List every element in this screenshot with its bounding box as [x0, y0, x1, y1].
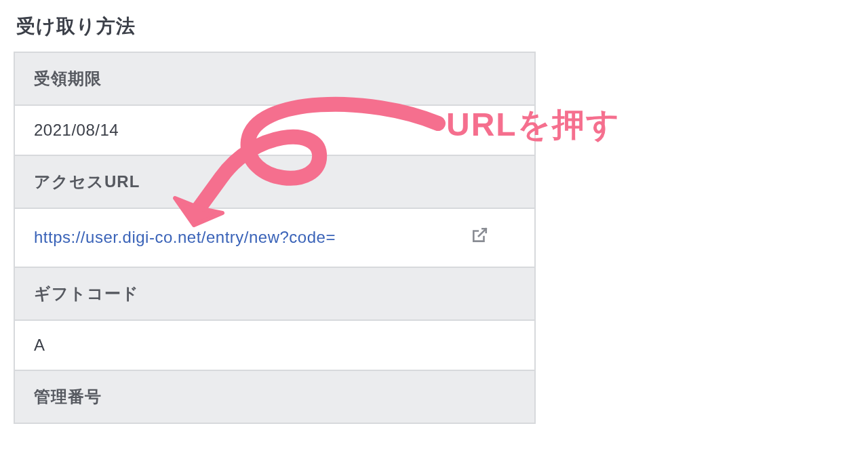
row-access-url: アクセスURL — [15, 156, 534, 209]
row-mgmt-number: 管理番号 — [15, 371, 534, 424]
row-gift-code: ギフトコード — [15, 268, 534, 321]
info-panel: 受け取り方法 受領期限 2021/08/14 アクセスURL https://u… — [14, 0, 536, 424]
label-access-url: アクセスURL — [15, 156, 534, 208]
row-gift-code-value: A — [15, 321, 534, 371]
label-gift-code: ギフトコード — [15, 268, 534, 319]
row-deadline: 受領期限 — [15, 53, 534, 106]
external-link-icon[interactable] — [471, 227, 488, 248]
value-gift-code: A — [15, 321, 534, 370]
row-access-url-value: https://user.digi-co.net/entry/new?code= — [15, 209, 534, 268]
section-title: 受け取り方法 — [16, 14, 536, 39]
label-deadline: 受領期限 — [15, 53, 534, 104]
annotation-text: URLを押す — [446, 103, 620, 147]
access-url-link[interactable]: https://user.digi-co.net/entry/new?code= — [34, 224, 336, 252]
label-mgmt-number: 管理番号 — [15, 371, 534, 423]
